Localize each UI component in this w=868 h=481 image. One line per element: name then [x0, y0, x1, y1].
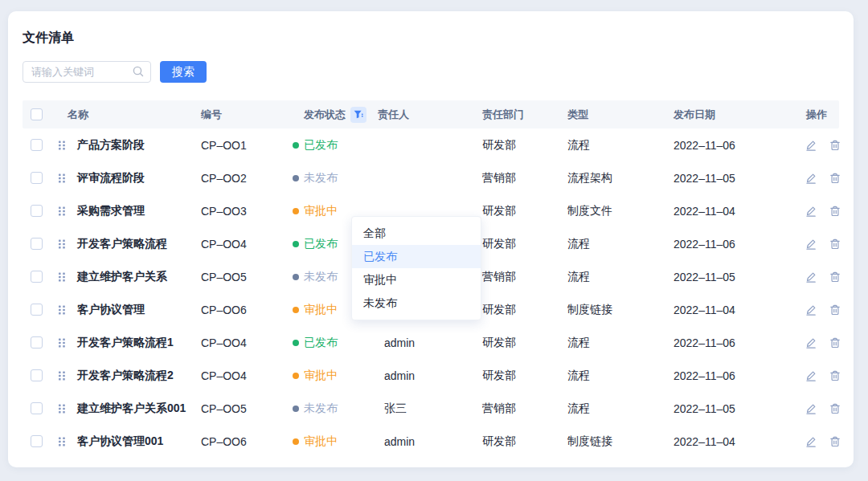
cell-name: 评审流程阶段: [72, 171, 201, 185]
status-dot-icon: [293, 438, 299, 445]
cell-person: 张三: [378, 402, 474, 416]
cell-name: 客户协议管理001: [72, 434, 201, 449]
status-dot-icon: [293, 373, 299, 379]
row-checkbox[interactable]: [31, 336, 43, 349]
cell-code: CP–OO1: [201, 139, 293, 152]
row-checkbox[interactable]: [31, 139, 43, 151]
delete-button[interactable]: [829, 139, 841, 152]
cell-code: CP–OO4: [201, 238, 293, 251]
drag-handle-icon[interactable]: [58, 238, 66, 250]
cell-code: CP–OO4: [201, 336, 293, 349]
cell-code: CP–OO2: [201, 172, 293, 185]
delete-button[interactable]: [829, 304, 841, 316]
row-checkbox[interactable]: [31, 238, 43, 250]
column-header-date: 发布日期: [674, 108, 784, 122]
trash-icon: [829, 336, 841, 349]
cell-type: 流程: [567, 270, 674, 284]
filter-option[interactable]: 已发布: [352, 245, 481, 268]
cell-dept: 研发部: [474, 237, 567, 251]
edit-icon: [805, 435, 817, 448]
edit-button[interactable]: [805, 205, 817, 218]
search-box: [23, 61, 151, 83]
delete-button[interactable]: [829, 271, 841, 283]
row-checkbox[interactable]: [31, 304, 43, 316]
delete-button[interactable]: [829, 205, 841, 218]
filter-option[interactable]: 全部: [352, 222, 481, 245]
drag-handle-icon[interactable]: [58, 370, 66, 381]
file-table: 名称 编号 发布状态 责任人 责任部门 类型 发布日期 操作: [23, 100, 839, 458]
select-all-checkbox[interactable]: [31, 108, 43, 120]
edit-button[interactable]: [805, 369, 817, 382]
delete-button[interactable]: [829, 402, 841, 415]
drag-handle-icon[interactable]: [58, 403, 66, 414]
cell-dept: 研发部: [474, 138, 567, 153]
drag-handle-icon[interactable]: [58, 140, 66, 151]
drag-handle-icon[interactable]: [58, 304, 66, 316]
edit-icon: [805, 271, 817, 283]
table-row: 开发客户策略流程2 CP–OO4 审批中 admin 研发部 流程 2022–1…: [23, 359, 839, 392]
edit-icon: [805, 304, 817, 316]
column-header-code: 编号: [201, 108, 293, 122]
status-label: 审批中: [304, 434, 338, 449]
cell-date: 2022–11–04: [674, 304, 784, 316]
cell-date: 2022–11–04: [674, 435, 784, 448]
edit-button[interactable]: [805, 139, 817, 152]
cell-person: admin: [378, 336, 474, 349]
filter-option[interactable]: 审批中: [352, 268, 481, 291]
drag-handle-icon[interactable]: [58, 271, 66, 283]
drag-handle-icon[interactable]: [58, 436, 66, 447]
status-filter-button[interactable]: [350, 107, 366, 123]
row-checkbox[interactable]: [31, 369, 43, 381]
edit-button[interactable]: [805, 172, 817, 185]
edit-button[interactable]: [805, 336, 817, 349]
table-row: 建立维护客户关系001 CP–OO5 未发布 张三 营销部 流程 2022–11…: [23, 392, 839, 425]
column-header-type: 类型: [567, 108, 674, 122]
edit-button[interactable]: [805, 271, 817, 283]
cell-type: 流程架构: [567, 171, 674, 185]
delete-button[interactable]: [829, 238, 841, 251]
status-dot-icon: [293, 208, 299, 214]
delete-button[interactable]: [829, 435, 841, 448]
cell-name: 产品方案阶段: [72, 138, 201, 153]
row-checkbox[interactable]: [31, 205, 43, 217]
edit-button[interactable]: [805, 435, 817, 448]
row-checkbox[interactable]: [31, 172, 43, 184]
status-badge: 未发布: [293, 402, 378, 416]
delete-button[interactable]: [829, 172, 841, 185]
row-checkbox[interactable]: [31, 402, 43, 414]
trash-icon: [829, 402, 841, 415]
column-header-person: 责任人: [378, 108, 474, 122]
cell-name: 开发客户策略流程1: [72, 336, 201, 350]
drag-handle-icon[interactable]: [58, 337, 66, 349]
edit-icon: [805, 205, 817, 218]
cell-date: 2022–11–05: [674, 402, 784, 415]
delete-button[interactable]: [829, 336, 841, 349]
status-label: 已发布: [304, 138, 338, 153]
cell-dept: 研发部: [474, 303, 567, 317]
table-row: 客户协议管理001 CP–OO6 审批中 admin 研发部 制度链接 2022…: [23, 425, 839, 458]
status-dot-icon: [293, 241, 299, 247]
column-header-status-label: 发布状态: [304, 108, 346, 122]
status-dot-icon: [293, 142, 299, 149]
search-button[interactable]: 搜索: [160, 61, 207, 83]
cell-code: CP–OO6: [201, 435, 293, 448]
cell-code: CP–OO5: [201, 271, 293, 283]
cell-date: 2022–11–05: [674, 172, 784, 185]
edit-button[interactable]: [805, 304, 817, 316]
cell-dept: 研发部: [474, 369, 567, 383]
row-checkbox[interactable]: [31, 271, 43, 283]
edit-button[interactable]: [805, 402, 817, 415]
cell-type: 制度文件: [567, 204, 674, 218]
trash-icon: [829, 139, 841, 152]
delete-button[interactable]: [829, 369, 841, 382]
status-filter-dropdown: 全部已发布审批中未发布: [351, 216, 481, 320]
status-dot-icon: [293, 274, 299, 280]
edit-button[interactable]: [805, 238, 817, 251]
filter-option[interactable]: 未发布: [352, 291, 481, 315]
status-label: 未发布: [304, 171, 338, 185]
cell-dept: 研发部: [474, 434, 567, 449]
drag-handle-icon[interactable]: [58, 173, 66, 184]
row-checkbox[interactable]: [31, 435, 43, 447]
cell-name: 开发客户策略流程: [72, 237, 201, 251]
drag-handle-icon[interactable]: [58, 206, 66, 217]
